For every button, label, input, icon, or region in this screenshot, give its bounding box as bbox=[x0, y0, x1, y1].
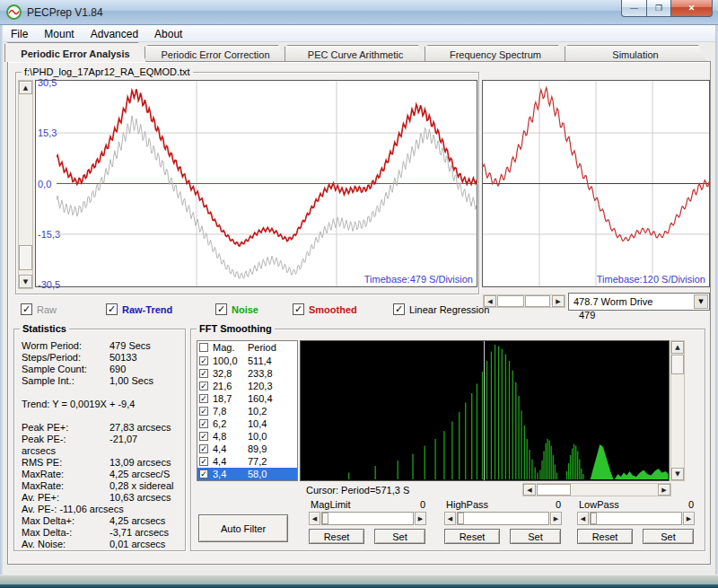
menu-item-advanced[interactable]: Advanced bbox=[83, 25, 146, 41]
window-title: PECPrep V1.84 bbox=[27, 6, 103, 19]
scroll-thumb[interactable] bbox=[497, 295, 524, 307]
fft-table-row[interactable]: ✓6,210,4 bbox=[197, 417, 297, 430]
scroll-down-button[interactable]: ▼ bbox=[19, 275, 32, 288]
menu-item-mount[interactable]: Mount bbox=[36, 25, 82, 41]
stat-label: arcsecs bbox=[22, 445, 56, 456]
lowpass-reset-button[interactable]: Reset bbox=[577, 529, 633, 544]
scroll-left-button[interactable]: ◀ bbox=[523, 484, 536, 496]
menu-item-file[interactable]: File bbox=[3, 25, 36, 41]
worm-drive-select[interactable]: 478.7 Worm Drive ▼ bbox=[568, 293, 710, 311]
lowpass-set-button[interactable]: Set bbox=[643, 529, 694, 544]
scroll-down-button[interactable]: ▼ bbox=[671, 468, 684, 480]
auto-filter-button[interactable]: Auto Filter bbox=[198, 514, 288, 542]
row-checkbox[interactable]: ✓ bbox=[199, 444, 208, 453]
fft-table-row[interactable]: ✓100,0511,4 bbox=[197, 355, 297, 367]
row-checkbox[interactable]: ✓ bbox=[199, 394, 208, 403]
stat-row: Max Delta+:4,25 arcsecs bbox=[22, 515, 181, 527]
fft-table-row[interactable]: ✓21,6120,3 bbox=[197, 380, 297, 392]
checkbox-raw[interactable]: ✓Raw bbox=[21, 303, 57, 315]
scroll-up-button[interactable]: ▲ bbox=[671, 341, 684, 354]
scroll-up-button[interactable]: ▲ bbox=[19, 81, 32, 94]
checkbox-linear-regression[interactable]: ✓Linear Regression bbox=[393, 303, 489, 315]
scroll-right-button[interactable]: ▶ bbox=[658, 484, 670, 496]
menu-item-about[interactable]: About bbox=[146, 25, 190, 41]
tab-periodic-error-analysis[interactable]: Periodic Error Analysis bbox=[4, 42, 146, 62]
tab-periodic-error-correction[interactable]: Periodic Error Correction bbox=[144, 45, 286, 62]
tab-page-periodic-error-analysis: f:\PHD_log_17Apr12_RA_EQMOD.txt ▲ ▼ 30,5… bbox=[7, 61, 711, 565]
highpass-slider[interactable]: ◀▶ bbox=[444, 512, 563, 526]
scroll-right-button[interactable]: ▶ bbox=[415, 512, 426, 525]
stat-value: -3,71 arcsecs bbox=[109, 527, 169, 538]
fft-table-row[interactable]: ✓3,458,0 bbox=[197, 468, 297, 480]
row-checkbox[interactable]: ✓ bbox=[199, 419, 208, 428]
fft-component-table[interactable]: Mag.Period✓100,0511,4✓32,8233,8✓21,6120,… bbox=[197, 340, 298, 481]
tab-frequency-spectrum[interactable]: Frequency Spectrum bbox=[425, 45, 566, 62]
period-value: 511,4 bbox=[248, 355, 272, 366]
slider-track[interactable] bbox=[457, 512, 549, 525]
checkbox-smoothed[interactable]: ✓Smoothed bbox=[293, 303, 357, 315]
row-checkbox[interactable]: ✓ bbox=[199, 457, 208, 466]
highpass-reset-button[interactable]: Reset bbox=[444, 529, 500, 544]
fft-table-row[interactable]: ✓4,489,9 bbox=[197, 443, 297, 455]
worm-drive-selected-value: 478.7 Worm Drive bbox=[574, 296, 652, 307]
period-value: 58,0 bbox=[248, 469, 267, 479]
scroll-left-button[interactable]: ◀ bbox=[444, 512, 456, 525]
checkbox-noise[interactable]: ✓Noise bbox=[215, 303, 258, 315]
checkbox-raw-trend[interactable]: ✓Raw-Trend bbox=[106, 303, 172, 315]
worm-period-hscrollbar[interactable]: ◀ ▶ bbox=[483, 294, 565, 308]
scroll-right-button[interactable]: ▶ bbox=[550, 512, 562, 525]
row-checkbox[interactable]: ✓ bbox=[199, 470, 208, 478]
scroll-thumb[interactable] bbox=[537, 484, 571, 496]
tab-pec-curve-arithmetic[interactable]: PEC Curve Arithmetic bbox=[285, 45, 426, 62]
fft-table-row[interactable]: ✓18,7160,4 bbox=[197, 392, 297, 405]
close-button[interactable]: ✕ bbox=[671, 0, 713, 17]
slider-thumb[interactable] bbox=[591, 513, 597, 524]
row-checkbox[interactable]: ✓ bbox=[199, 432, 208, 441]
main-chart-vscrollbar[interactable]: ▲ ▼ bbox=[18, 80, 33, 289]
mag-value: 7,8 bbox=[213, 406, 226, 417]
slider-thumb[interactable] bbox=[458, 513, 464, 524]
scroll-right-button[interactable]: ▶ bbox=[552, 295, 565, 307]
period-column-header[interactable]: Period bbox=[248, 342, 276, 353]
maximize-button[interactable]: ❐ bbox=[647, 0, 671, 17]
stat-value: 13,09 arcsecs bbox=[109, 457, 171, 468]
maglimit-slider[interactable]: ◀▶ bbox=[309, 512, 427, 526]
tab-simulation[interactable]: Simulation bbox=[565, 45, 706, 62]
lowpass-slider[interactable]: ◀▶ bbox=[577, 512, 696, 526]
fft-table-row[interactable]: ✓7,810,2 bbox=[197, 405, 297, 417]
highpass-set-button[interactable]: Set bbox=[510, 529, 561, 544]
slider-thumb[interactable] bbox=[322, 513, 328, 524]
fft-table-row[interactable]: ✓4,810,0 bbox=[197, 430, 297, 443]
maglimit-set-button[interactable]: Set bbox=[374, 529, 425, 544]
mag-column-header[interactable]: Mag. bbox=[213, 342, 234, 353]
slider-track[interactable] bbox=[321, 512, 414, 525]
fft-hscrollbar[interactable]: ◀ ▶ bbox=[522, 483, 671, 496]
chevron-down-icon[interactable]: ▼ bbox=[694, 294, 708, 309]
slider-track[interactable] bbox=[590, 512, 682, 525]
checkbox-label: Noise bbox=[232, 304, 258, 315]
scroll-thumb[interactable] bbox=[19, 245, 32, 270]
stat-value: 27,83 arcsecs bbox=[109, 422, 171, 433]
select-all-checkbox[interactable] bbox=[199, 343, 208, 352]
scroll-left-button[interactable]: ◀ bbox=[309, 512, 320, 525]
fft-spectrum-chart[interactable] bbox=[300, 340, 670, 481]
row-checkbox[interactable]: ✓ bbox=[199, 382, 208, 391]
stat-label: Av. PE+: bbox=[22, 492, 59, 503]
scroll-left-button[interactable]: ◀ bbox=[577, 512, 589, 525]
period-value: 77,2 bbox=[248, 456, 267, 467]
stat-value: 4,25 arcsecs bbox=[109, 515, 165, 526]
file-path-label: f:\PHD_log_17Apr12_RA_EQMOD.txt bbox=[22, 66, 193, 77]
row-checkbox[interactable]: ✓ bbox=[199, 407, 208, 416]
scroll-right-button[interactable]: ▶ bbox=[683, 512, 695, 525]
scroll-thumb[interactable] bbox=[671, 355, 684, 374]
fft-table-row[interactable]: ✓4,477,2 bbox=[197, 455, 297, 468]
scroll-thumb[interactable] bbox=[525, 295, 550, 307]
fft-table-row[interactable]: ✓32,8233,8 bbox=[197, 367, 297, 380]
stat-row: RMS PE:13,09 arcsecs bbox=[22, 457, 181, 469]
row-checkbox[interactable]: ✓ bbox=[199, 356, 208, 365]
mag-value: 32,8 bbox=[213, 368, 232, 379]
row-checkbox[interactable]: ✓ bbox=[199, 369, 208, 378]
minimize-button[interactable]: — bbox=[621, 0, 647, 17]
maglimit-reset-button[interactable]: Reset bbox=[309, 529, 364, 544]
fft-vscrollbar[interactable]: ▲ ▼ bbox=[670, 340, 685, 481]
